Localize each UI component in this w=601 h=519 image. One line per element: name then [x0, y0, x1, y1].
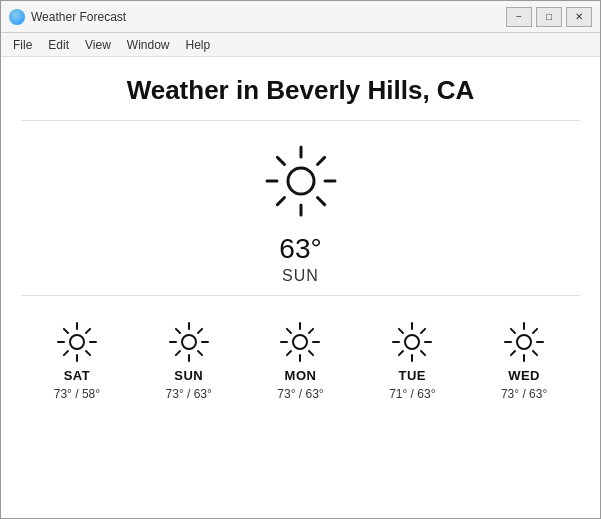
svg-point-18 [182, 335, 196, 349]
forecast-section: SAT73° / 58° SUN73° / 63° MON73° / 63° [1, 296, 600, 518]
svg-line-23 [176, 329, 180, 333]
page-title: Weather in Beverly Hills, CA [1, 57, 600, 120]
current-day: SUN [282, 267, 319, 285]
svg-line-34 [309, 329, 313, 333]
forecast-temps: 73° / 58° [54, 387, 100, 401]
svg-point-9 [70, 335, 84, 349]
forecast-temps: 73° / 63° [166, 387, 212, 401]
svg-point-27 [293, 335, 307, 349]
menu-item-edit[interactable]: Edit [40, 36, 77, 54]
svg-line-44 [399, 351, 403, 355]
svg-line-16 [86, 329, 90, 333]
forecast-temps: 73° / 63° [501, 387, 547, 401]
sun-icon-small [167, 320, 211, 364]
svg-line-17 [64, 351, 68, 355]
app-window: Weather Forecast − □ ✕ FileEditViewWindo… [0, 0, 601, 519]
close-button[interactable]: ✕ [566, 7, 592, 27]
menu-bar: FileEditViewWindowHelp [1, 33, 600, 57]
svg-point-36 [405, 335, 419, 349]
forecast-temps: 71° / 63° [389, 387, 435, 401]
svg-line-26 [176, 351, 180, 355]
forecast-day-tue: TUE71° / 63° [389, 320, 435, 401]
forecast-row: SAT73° / 58° SUN73° / 63° MON73° / 63° [1, 306, 600, 411]
svg-line-50 [511, 329, 515, 333]
app-icon [9, 9, 25, 25]
svg-line-15 [86, 351, 90, 355]
window-controls: − □ ✕ [506, 7, 592, 27]
svg-line-8 [277, 198, 284, 205]
svg-line-25 [198, 329, 202, 333]
forecast-day-name: MON [285, 368, 317, 383]
forecast-day-name: WED [508, 368, 540, 383]
sun-icon-small [55, 320, 99, 364]
sun-icon-small [278, 320, 322, 364]
svg-line-5 [277, 157, 284, 164]
sun-icon-small [390, 320, 434, 364]
forecast-day-wed: WED73° / 63° [501, 320, 547, 401]
menu-item-file[interactable]: File [5, 36, 40, 54]
svg-line-6 [317, 198, 324, 205]
svg-line-24 [198, 351, 202, 355]
sun-icon-large [261, 141, 341, 221]
menu-item-view[interactable]: View [77, 36, 119, 54]
svg-line-41 [399, 329, 403, 333]
title-bar: Weather Forecast − □ ✕ [1, 1, 600, 33]
maximize-button[interactable]: □ [536, 7, 562, 27]
svg-line-53 [511, 351, 515, 355]
svg-line-43 [421, 329, 425, 333]
forecast-day-mon: MON73° / 63° [277, 320, 323, 401]
window-title: Weather Forecast [31, 10, 506, 24]
forecast-temps: 73° / 63° [277, 387, 323, 401]
menu-item-window[interactable]: Window [119, 36, 178, 54]
svg-line-35 [287, 351, 291, 355]
svg-line-33 [309, 351, 313, 355]
current-weather: 63° SUN [1, 121, 600, 295]
menu-item-help[interactable]: Help [178, 36, 219, 54]
forecast-day-name: SAT [64, 368, 91, 383]
forecast-day-name: TUE [399, 368, 427, 383]
main-content: Weather in Beverly Hills, CA 63° SUN [1, 57, 600, 518]
svg-line-7 [317, 157, 324, 164]
svg-point-45 [517, 335, 531, 349]
forecast-day-name: SUN [174, 368, 203, 383]
minimize-button[interactable]: − [506, 7, 532, 27]
svg-point-0 [288, 168, 314, 194]
svg-line-32 [287, 329, 291, 333]
svg-line-51 [533, 351, 537, 355]
svg-line-14 [64, 329, 68, 333]
forecast-day-sat: SAT73° / 58° [54, 320, 100, 401]
svg-line-52 [533, 329, 537, 333]
svg-line-42 [421, 351, 425, 355]
current-temperature: 63° [279, 233, 321, 265]
sun-icon-small [502, 320, 546, 364]
forecast-day-sun: SUN73° / 63° [166, 320, 212, 401]
